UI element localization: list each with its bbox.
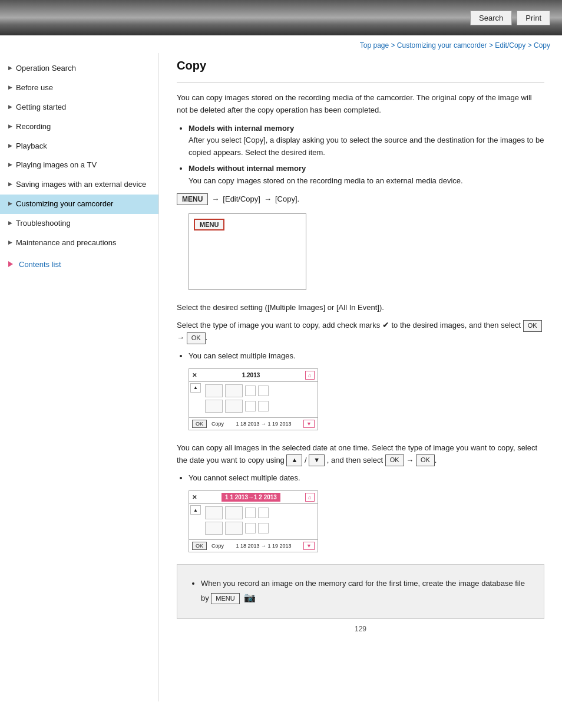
main-content: Copy You can copy images stored on the r… bbox=[159, 53, 562, 701]
sidebar-item-label: Before use bbox=[16, 83, 53, 93]
contents-list-link[interactable]: Contents list bbox=[0, 253, 158, 274]
grid-footer-2: OK Copy 1 18 2013 → 1 19 2013 ▼ bbox=[189, 539, 318, 552]
sidebar-item-maintenance[interactable]: ▶ Maintenance and precautions bbox=[0, 233, 158, 253]
grid-cell bbox=[205, 506, 223, 519]
ok-button-4: OK bbox=[416, 454, 435, 466]
sidebar-item-before-use[interactable]: ▶ Before use bbox=[0, 78, 158, 98]
grid-header-1: ✕ 1.2013 ⌂ bbox=[189, 369, 318, 382]
arrow-icon: ▶ bbox=[8, 220, 12, 227]
grid-copy-label-2: Copy bbox=[211, 543, 224, 549]
camera-icon: 📷 bbox=[244, 592, 256, 602]
menu-arrow-2: → bbox=[264, 195, 272, 203]
step3-and: , and then select bbox=[327, 456, 383, 465]
sidebar-item-customizing[interactable]: ▶ Customizing your camcorder bbox=[0, 195, 158, 214]
arrow-icon: ▶ bbox=[8, 104, 12, 111]
sidebar-item-label: Operation Search bbox=[16, 64, 76, 74]
sidebar-item-label: Maintenance and precautions bbox=[16, 238, 117, 248]
step2-bullet: You can select multiple images. bbox=[189, 350, 544, 363]
note-bullet-list: When you record an image on the memory c… bbox=[201, 578, 532, 605]
sidebar-item-recording[interactable]: ▶ Recording bbox=[0, 117, 158, 137]
sidebar-item-playback[interactable]: ▶ Playback bbox=[0, 137, 158, 156]
grid-side-btn-2[interactable]: ▼ bbox=[303, 542, 315, 550]
divider bbox=[177, 82, 544, 83]
grid-cell bbox=[205, 400, 223, 413]
step3-bullet-list: You cannot select multiple dates. bbox=[189, 472, 544, 485]
grid-footer-left-2: OK Copy bbox=[192, 542, 224, 550]
bullet-item-1: Models with internal memory After you se… bbox=[189, 123, 544, 159]
sidebar-item-playing-images-tv[interactable]: ▶ Playing images on a TV bbox=[0, 156, 158, 175]
menu-step2: [Copy]. bbox=[275, 195, 299, 203]
arrow-right-icon bbox=[8, 261, 13, 267]
grid-side-btn-1[interactable]: ▼ bbox=[303, 420, 315, 428]
arrow-icon: ▶ bbox=[8, 239, 12, 246]
scroll-up-btn-2: ▲ bbox=[189, 504, 202, 539]
ok-button-3: OK bbox=[385, 454, 404, 466]
sidebar-item-saving-images[interactable]: ▶ Saving images with an external device bbox=[0, 175, 158, 195]
note-box: When you record an image on the memory c… bbox=[177, 564, 544, 618]
grid-checkbox bbox=[258, 508, 269, 518]
menu-label: MENU bbox=[177, 193, 208, 205]
note-bullet: When you record an image on the memory c… bbox=[201, 578, 532, 605]
grid-ok-btn-2[interactable]: OK bbox=[192, 542, 207, 550]
grid-checkbox bbox=[258, 523, 269, 533]
breadcrumb-copy: Copy bbox=[534, 41, 550, 50]
print-button[interactable]: Print bbox=[517, 11, 550, 25]
sidebar-item-label: Saving images with an external device bbox=[16, 180, 146, 190]
screen-menu-button: MENU bbox=[194, 219, 224, 230]
bullet-list: Models with internal memory After you se… bbox=[189, 123, 544, 187]
arrow-icon: ▶ bbox=[8, 84, 12, 91]
grid-checkbox bbox=[245, 386, 256, 396]
grid-checkbox bbox=[258, 386, 269, 396]
breadcrumb: Top page > Customizing your camcorder > … bbox=[0, 35, 562, 53]
grid-checkbox bbox=[245, 523, 256, 533]
breadcrumb-edit-copy[interactable]: Edit/Copy bbox=[495, 41, 525, 50]
search-button[interactable]: Search bbox=[470, 11, 512, 25]
grid-rows-1 bbox=[202, 382, 272, 417]
arrow-icon-2: → bbox=[406, 456, 414, 465]
arrow-icon: ▶ bbox=[8, 123, 12, 130]
menu-path: MENU → [Edit/Copy] → [Copy]. bbox=[177, 193, 544, 205]
step3-bullet: You cannot select multiple dates. bbox=[189, 472, 544, 485]
up-button: ▲ bbox=[286, 454, 302, 466]
ok-button-2: OK bbox=[187, 332, 206, 344]
grid-copy-label: Copy bbox=[211, 421, 224, 427]
sidebar-item-troubleshooting[interactable]: ▶ Troubleshooting bbox=[0, 214, 158, 233]
note-menu-btn: MENU bbox=[211, 593, 239, 605]
sidebar-item-getting-started[interactable]: ▶ Getting started bbox=[0, 98, 158, 117]
bullet-item-2: Models without internal memory You can c… bbox=[189, 163, 544, 187]
grid-cell bbox=[225, 506, 243, 519]
image-grid-2: ✕ 1 1 2013→1 2 2013 ⌂ ▲ bbox=[189, 490, 318, 552]
scroll-up-icon[interactable]: ▲ bbox=[190, 383, 201, 393]
grid-header-2: ✕ 1 1 2013→1 2 2013 ⌂ bbox=[189, 491, 318, 504]
step1-text: Select the desired setting ([Multiple Im… bbox=[177, 302, 544, 314]
image-grid-1: ✕ 1.2013 ⌂ ▲ bbox=[189, 368, 318, 430]
grid-date-highlighted-2: 1 1 2013→1 2 2013 bbox=[222, 493, 280, 502]
sidebar-item-operation-search[interactable]: ▶ Operation Search bbox=[0, 59, 158, 78]
scroll-up-btn: ▲ bbox=[189, 382, 202, 417]
grid-footer-date-2: 1 18 2013 → 1 19 2013 bbox=[236, 543, 292, 549]
screen-mockup: MENU bbox=[189, 213, 306, 290]
grid-home-icon-2: ⌂ bbox=[305, 493, 315, 502]
bullet-detail-2: You can copy images stored on the record… bbox=[189, 176, 463, 185]
arrow-icon: ▶ bbox=[8, 162, 12, 169]
step2-text: Select the type of image you want to cop… bbox=[177, 318, 544, 344]
grid-home-icon: ⌂ bbox=[305, 371, 315, 380]
sidebar-item-label: Playback bbox=[16, 141, 47, 151]
breadcrumb-customizing[interactable]: Customizing your camcorder bbox=[397, 41, 487, 50]
header: Search Print bbox=[0, 0, 562, 35]
breadcrumb-top[interactable]: Top page bbox=[360, 41, 389, 50]
grid-date-1: 1.2013 bbox=[242, 372, 260, 378]
grid-row-1 bbox=[205, 384, 269, 397]
menu-step1: [Edit/Copy] bbox=[223, 195, 260, 203]
step2-rest: to the desired images, and then select bbox=[391, 321, 521, 330]
grid-cell bbox=[225, 522, 243, 535]
scroll-up-icon-2[interactable]: ▲ bbox=[190, 505, 201, 515]
grid-row-3 bbox=[205, 506, 269, 519]
grid-cell bbox=[225, 384, 243, 397]
bullet-title-1: Models with internal memory bbox=[189, 124, 294, 133]
grid-row-4 bbox=[205, 522, 269, 535]
arrow-icon: ▶ bbox=[8, 143, 12, 150]
page-layout: ▶ Operation Search ▶ Before use ▶ Gettin… bbox=[0, 53, 562, 701]
step2-bullet-list: You can select multiple images. bbox=[189, 350, 544, 363]
grid-ok-btn[interactable]: OK bbox=[192, 420, 207, 428]
